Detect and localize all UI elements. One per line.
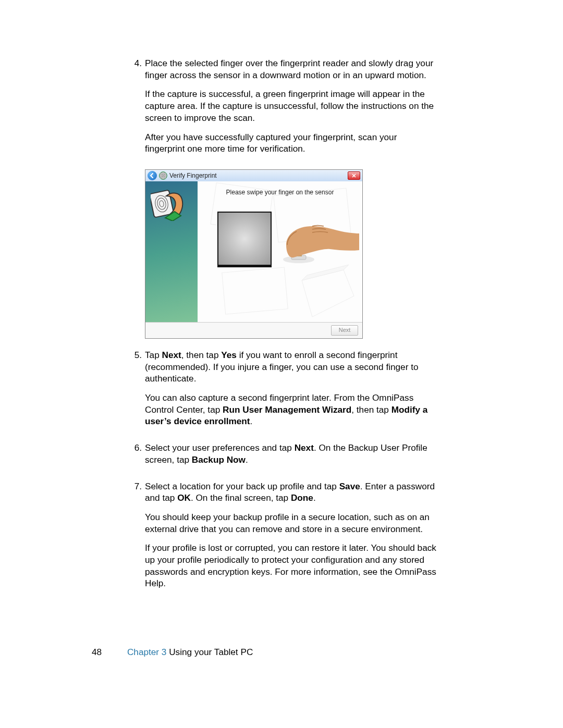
step-5: 5. Tap Next, then tap Yes if you want to… <box>130 349 437 435</box>
capture-area <box>217 212 272 267</box>
next-button[interactable]: Next <box>331 325 358 336</box>
step-4-para-3: After you have successfully captured you… <box>145 131 437 155</box>
dialog-footer: Next <box>145 322 362 338</box>
chapter-label: Chapter 3 <box>127 647 166 657</box>
step-6-text: Select your user preferences and tap Nex… <box>145 442 437 465</box>
svg-rect-6 <box>222 267 288 314</box>
back-icon[interactable] <box>148 171 157 180</box>
chapter-title: Using your Tablet PC <box>166 647 253 657</box>
hand-icon <box>276 219 359 266</box>
step-7: 7. Select a location for your back up pr… <box>130 480 437 597</box>
step-6: 6. Select your user preferences and tap … <box>130 442 437 473</box>
step-7-para-3: If your profile is lost or corrupted, yo… <box>145 542 437 589</box>
step-4-text: Place the selected finger over the finge… <box>145 57 437 81</box>
fingerprint-card-icon <box>151 189 189 221</box>
dialog-main: Please swipe your finger on the sensor <box>198 181 362 322</box>
step-5-para-2: You can also capture a second fingerprin… <box>145 392 437 427</box>
step-4-number: 4. <box>130 57 145 162</box>
step-4-para-2: If the capture is successful, a green fi… <box>145 88 437 124</box>
step-4: 4. Place the selected finger over the fi… <box>130 57 437 162</box>
verify-fingerprint-dialog: Verify Fingerprint <box>145 169 363 339</box>
step-7-para-2: You should keep your backup profile in a… <box>145 511 437 535</box>
dialog-body: Please swipe your finger on the sensor <box>145 181 362 322</box>
page-number: 48 <box>92 647 102 657</box>
close-button[interactable] <box>348 171 360 180</box>
step-5-text: Tap Next, then tap Yes if you want to en… <box>145 349 437 385</box>
page-footer: 48 Chapter 3 Using your Tablet PC <box>92 647 253 658</box>
dialog-title: Verify Fingerprint <box>169 172 217 179</box>
step-7-number: 7. <box>130 480 145 597</box>
fingerprint-icon <box>159 171 167 180</box>
dialog-titlebar: Verify Fingerprint <box>145 170 362 181</box>
dialog-sidebar <box>145 181 198 322</box>
step-5-number: 5. <box>130 349 145 435</box>
step-7-text: Select a location for your back up profi… <box>145 480 437 504</box>
dialog-prompt: Please swipe your finger on the sensor <box>198 189 362 196</box>
step-6-number: 6. <box>130 442 145 473</box>
